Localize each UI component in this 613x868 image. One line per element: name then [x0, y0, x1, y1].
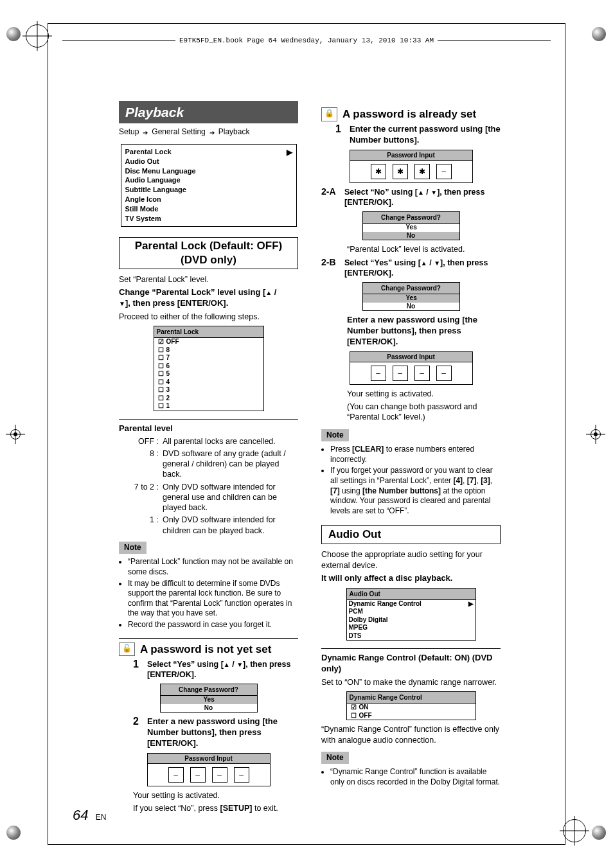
opt-yes: Yes: [406, 294, 416, 303]
t: [the Number buttons]: [362, 486, 441, 495]
t: Select “No” using: [344, 188, 413, 197]
audio-desc: Choose the appropriate audio setting for…: [321, 549, 501, 571]
t: [3]: [481, 476, 490, 485]
t: Select “Yes” using: [344, 258, 416, 267]
opt-no: No: [406, 303, 416, 311]
checkbox-icon: ☐: [156, 386, 166, 394]
step-text: Enter the current password using [the Nu…: [350, 124, 501, 146]
level: 3: [166, 386, 170, 394]
t: [SETUP]: [220, 804, 252, 813]
level: 7: [166, 354, 170, 362]
page-number: 64 EN: [73, 807, 107, 824]
note-heading: Note: [321, 752, 349, 765]
crumb-1: Setup: [119, 127, 139, 137]
k: 8: [119, 448, 163, 480]
note: If you forget your password or you want …: [330, 466, 501, 516]
menu-item: Still Mode: [125, 204, 284, 214]
level: 4: [166, 378, 170, 387]
k: OFF: [119, 436, 163, 447]
password-input-box: Password Input ––––: [147, 753, 271, 786]
checkbox-icon: ☐: [156, 402, 166, 411]
hdr: Change Password?: [363, 283, 459, 294]
checkbox-icon: ☐: [156, 346, 166, 355]
breadcrumb: Setup➔ General Setting➔ Playback: [119, 127, 298, 137]
left-column: Playback Setup➔ General Setting➔ Playbac…: [119, 101, 298, 816]
right-column: 🔒 A password is already set 1 Enter the …: [321, 101, 501, 816]
drc-desc: Set to “ON” to make the dynamic range na…: [321, 677, 501, 687]
proceed-text: Proceed to either of the following steps…: [119, 312, 298, 322]
pl-activated: “Parental Lock” level is activated.: [347, 244, 501, 254]
password-input-box: Password Input ––––: [350, 351, 473, 385]
menu-header: Parental Lock: [154, 326, 263, 338]
drc-note: “Dynamic Range Control” function is effe…: [321, 724, 501, 745]
hdr: Password Input: [350, 352, 472, 362]
k: 1: [119, 515, 163, 536]
pw-set-heading: A password is already set: [342, 107, 476, 121]
opt-on: ON: [359, 704, 369, 712]
item: DTS: [349, 632, 362, 641]
v: DVD software of any grade (adult / gener…: [163, 448, 298, 480]
t: using: [342, 486, 360, 495]
change-both: (You can change both password and “Paren…: [347, 402, 501, 423]
drc-menu: Dynamic Range Control ☑ON ☐OFF: [346, 691, 476, 720]
t: to exit.: [254, 804, 278, 813]
v: Only DVD software intended for children …: [163, 515, 298, 536]
menu-item: Audio Out: [125, 157, 284, 166]
t: [CLEAR]: [352, 445, 384, 454]
parental-level-heading: Parental level: [119, 423, 298, 434]
note-heading: Note: [119, 542, 147, 554]
crumb-3: Playback: [218, 127, 250, 137]
checkbox-checked-icon: ☑: [349, 704, 359, 712]
step-num: 1: [133, 659, 143, 680]
step-text: Select “Yes” using [▲ / ▼], then press […: [147, 659, 298, 680]
audio-out-title: Audio Out: [321, 525, 501, 544]
opt-off: OFF: [359, 712, 372, 720]
t: [4]: [453, 476, 463, 485]
level: 1: [166, 402, 170, 411]
menu-item: Disc Menu Language: [125, 166, 284, 176]
hdr: Change Password?: [363, 212, 459, 224]
lock-open-icon: 🔓: [119, 642, 135, 657]
select-no-text: If you select “No”, press [SETUP] to exi…: [133, 803, 298, 813]
menu-item: Parental Lock: [125, 147, 284, 157]
enter-new-pw: Enter a new password using [the Number b…: [347, 315, 501, 348]
num: 64: [73, 807, 88, 823]
section-playback: Playback: [119, 101, 298, 123]
note-list: “Parental Lock” function may not be avai…: [119, 557, 298, 630]
pw-notset-heading: A password is not yet set: [140, 642, 271, 657]
opt-no: No: [204, 704, 214, 713]
audio-warn: It will only affect a disc playback.: [321, 573, 501, 584]
item: PCM: [349, 608, 363, 616]
step-text: Select “Yes” using [▲ / ▼], then press […: [344, 258, 501, 279]
password-input-box: Password Input ✱✱✱–: [350, 150, 473, 183]
checkbox-checked-icon: ☑: [156, 338, 166, 346]
step-num: 2-A: [321, 187, 341, 208]
checkbox-icon: ☐: [156, 354, 166, 362]
note: Record the password in case you forget i…: [128, 620, 298, 630]
k: 7 to 2: [119, 482, 163, 513]
level: 8: [166, 346, 170, 355]
note: It may be difficult to determine if some…: [128, 579, 298, 619]
level: OFF: [166, 338, 179, 346]
change-pw-menu: Change Password? Yes No: [160, 684, 258, 713]
item: MPEG: [349, 624, 368, 632]
checkbox-icon: ☐: [156, 378, 166, 387]
hdr: Change Password?: [161, 684, 257, 696]
header-text: E9TK5FD_EN.book Page 64 Wednesday, Janua…: [179, 37, 434, 44]
note: “Parental Lock” function may not be avai…: [128, 557, 298, 577]
playback-menu: Parental Lock Audio Out Disc Menu Langua…: [121, 144, 297, 227]
step-num: 2: [133, 716, 143, 749]
note: “Dynamic Range Control” function is avai…: [330, 767, 501, 787]
step-text: Select “No” using [▲ / ▼], then press [E…: [344, 187, 501, 208]
menu-item: Angle Icon: [125, 195, 284, 204]
print-header: E9TK5FD_EN.book Page 64 Wednesday, Janua…: [58, 37, 555, 44]
checkbox-icon: ☐: [156, 370, 166, 378]
level: 6: [166, 362, 170, 371]
drc-heading: Dynamic Range Control (Default: ON) (DVD…: [321, 653, 501, 675]
activated-text: Your setting is activated.: [133, 790, 298, 801]
parental-lock-title: Parental Lock (Default: OFF) (DVD only): [119, 237, 298, 269]
step-num: 1: [335, 124, 346, 146]
menu-item: TV System: [125, 214, 284, 224]
change-pw-menu: Change Password? Yes No: [362, 211, 460, 240]
step-num: 2-B: [321, 258, 341, 279]
